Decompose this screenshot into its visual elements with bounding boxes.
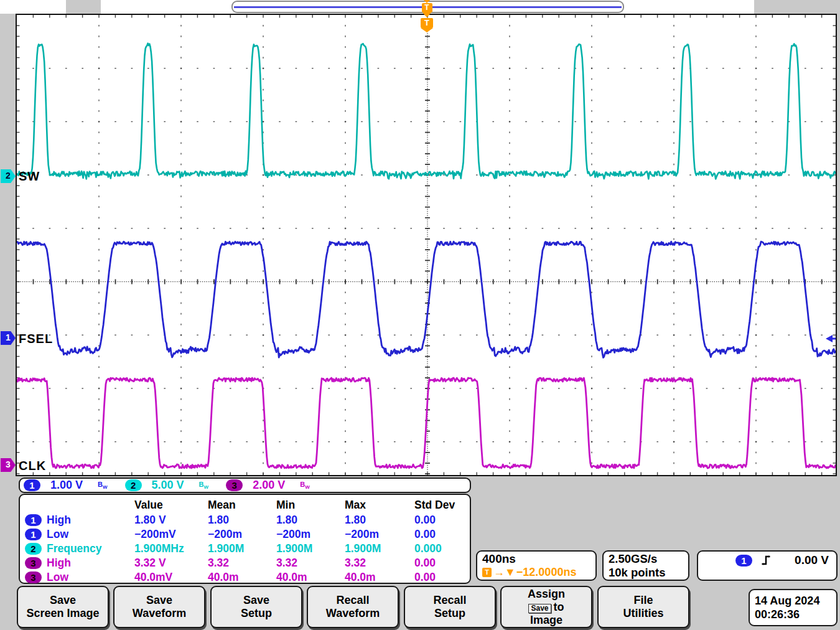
- wave-label-fsel: FSEL: [19, 332, 53, 346]
- measurement-value: 1.80 V: [134, 514, 208, 527]
- wave-label-clk: CLK: [19, 459, 46, 473]
- trigger-source-badge: 1: [735, 555, 752, 567]
- trigger-flag-icon: T: [421, 18, 433, 32]
- ch1-badge: 1: [25, 514, 42, 526]
- trigger-level: 0.00 V: [795, 553, 829, 567]
- measurement-std: 0.00: [414, 571, 470, 584]
- measurement-std: 0.00: [414, 528, 470, 541]
- date-text: 14 Aug 2024: [755, 594, 836, 608]
- trigger-arrow-icon: [422, 12, 431, 17]
- measurement-mean: 40.0m: [208, 571, 276, 584]
- measurement-row: 1Low−200mV−200m−200m−200m0.00: [25, 527, 470, 542]
- measurement-std: 0.000: [414, 542, 470, 555]
- trigger-delay: T →▼ −12.0000ns: [482, 566, 590, 579]
- ch2-scale: 5.00 V: [152, 479, 184, 492]
- rising-edge-icon: [761, 555, 772, 566]
- col-header-value: Value: [134, 499, 208, 512]
- acquisition-readout: 2.50GS/s 10k points: [602, 550, 689, 581]
- measurement-max: 40.0m: [345, 571, 414, 584]
- ch1-badge: 1: [24, 479, 40, 491]
- ch3-badge: 3: [226, 479, 243, 491]
- col-header-stddev: Std Dev: [414, 499, 470, 512]
- trigger-level-arrow: [826, 335, 836, 342]
- measurement-max: 3.32: [345, 557, 414, 570]
- ch2-position-marker: 2: [1, 169, 16, 183]
- ch3-scale: 2.00 V: [253, 479, 285, 492]
- measurement-min: 1.80: [276, 514, 345, 527]
- graticule: SW FSEL CLK: [16, 14, 837, 476]
- ch1-position-marker: 1: [1, 331, 16, 345]
- measurement-value: 3.32 V: [134, 557, 208, 570]
- measurement-row: 1High1.80 V1.801.801.800.00: [25, 513, 470, 527]
- time-text: 00:26:36: [755, 608, 836, 621]
- bandwidth-limit-icon: BW: [98, 481, 108, 490]
- measurement-row: 3High3.32 V3.323.323.320.00: [25, 556, 470, 570]
- channel-scale-bar: 11.00 VBW25.00 VBW32.00 VBW: [19, 477, 471, 493]
- measurement-label: Low: [47, 528, 68, 541]
- measurement-row: 3Low40.0mV40.0m40.0m40.0m0.00: [25, 570, 470, 585]
- measurement-min: 3.32: [276, 557, 345, 570]
- measurement-mean: 1.900M: [208, 542, 276, 555]
- bandwidth-limit-icon: BW: [199, 481, 209, 490]
- recall-setup-button[interactable]: RecallSetup: [404, 586, 496, 628]
- top-strip-segment: [0, 0, 66, 14]
- measurement-std: 0.00: [414, 557, 470, 570]
- measurement-value: 1.900MHz: [134, 542, 208, 555]
- col-header-min: Min: [276, 499, 345, 512]
- measurement-row: 2Frequency1.900MHz1.900M1.900M1.900M0.00…: [25, 542, 470, 556]
- measurement-header-row: Value Mean Min Max Std Dev: [25, 497, 470, 513]
- ch3-badge: 3: [25, 571, 42, 583]
- measurement-mean: 1.80: [208, 514, 276, 527]
- ch2-badge: 2: [125, 479, 142, 491]
- timebase-value: 400ns: [482, 552, 590, 566]
- trigger-position-marker: T T: [418, 0, 436, 35]
- timebase-readout: 400ns T →▼ −12.0000ns: [476, 550, 597, 581]
- trigger-t-icon: T: [422, 3, 432, 12]
- trigger-t-icon: T: [482, 568, 492, 577]
- ch2-badge: 2: [25, 543, 42, 555]
- record-length: 10k points: [609, 566, 683, 580]
- ch3-position-marker: 3: [1, 458, 16, 472]
- ch1-scale: 1.00 V: [50, 479, 83, 492]
- measurement-value: −200mV: [134, 528, 208, 541]
- measurement-table: Value Mean Min Max Std Dev 1High1.80 V1.…: [19, 494, 471, 584]
- measurement-std: 0.00: [414, 514, 470, 527]
- measurement-max: 1.80: [345, 514, 414, 527]
- delay-value: −12.0000ns: [516, 566, 577, 579]
- measurement-mean: −200m: [208, 528, 276, 541]
- measurement-label: Low: [47, 571, 68, 584]
- save-waveform-button[interactable]: SaveWaveform: [113, 586, 205, 628]
- recall-waveform-button[interactable]: RecallWaveform: [307, 586, 399, 628]
- ch1-badge: 1: [25, 529, 42, 540]
- save-screen-image-button[interactable]: SaveScreen Image: [17, 586, 109, 628]
- measurement-mean: 3.32: [208, 557, 276, 570]
- measurement-label: High: [47, 514, 71, 527]
- file-utilities-button[interactable]: FileUtilities: [597, 586, 689, 628]
- measurement-min: 1.900M: [276, 542, 345, 555]
- col-header-max: Max: [345, 499, 414, 512]
- measurement-max: 1.900M: [345, 542, 414, 555]
- save-setup-button[interactable]: SaveSetup: [210, 586, 302, 628]
- measurement-max: −200m: [345, 528, 414, 541]
- assign-save-to-image-button[interactable]: AssignSavetoImage: [500, 586, 592, 628]
- measurement-label: Frequency: [47, 542, 102, 555]
- wave-label-sw: SW: [19, 169, 40, 184]
- datetime-box: 14 Aug 2024 00:26:36: [749, 589, 838, 626]
- trigger-readout: 1 0.00 V: [697, 550, 838, 581]
- save-chip-icon: Save: [528, 604, 551, 613]
- measurement-min: −200m: [276, 528, 345, 541]
- oscilloscope-screen: T T SW FSEL CLK 2 1 3 11.00 VBW25.00 VBW…: [0, 0, 840, 630]
- measurement-min: 40.0m: [276, 571, 345, 584]
- measurement-value: 40.0mV: [134, 571, 208, 584]
- measurement-label: High: [47, 557, 71, 570]
- delay-arrows: →▼: [493, 566, 516, 579]
- ch3-badge: 3: [25, 557, 42, 569]
- col-header-mean: Mean: [208, 499, 276, 512]
- sample-rate: 2.50GS/s: [609, 552, 683, 566]
- waveform-canvas: [17, 15, 836, 475]
- bandwidth-limit-icon: BW: [300, 481, 310, 490]
